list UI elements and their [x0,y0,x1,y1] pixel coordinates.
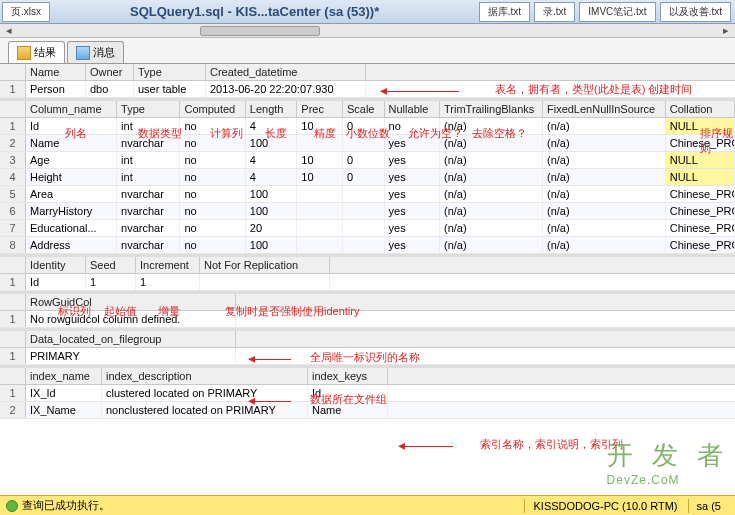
cell[interactable] [297,135,343,151]
scroll-thumb[interactable] [200,26,320,36]
column-header[interactable]: Seed [86,257,136,273]
cell[interactable]: nvarchar [117,135,180,151]
cell[interactable]: Address [26,237,117,253]
cell[interactable] [297,186,343,202]
column-header[interactable]: Data_located_on_filegroup [26,331,236,347]
column-header[interactable]: FixedLenNullInSource [543,101,666,117]
cell[interactable]: no [180,220,245,236]
cell[interactable]: 1 [86,274,136,290]
column-header[interactable]: index_description [102,368,308,384]
cell[interactable]: (n/a) [440,152,543,168]
table-row[interactable]: 5Areanvarcharno100yes(n/a)(n/a)Chinese_P… [0,186,735,203]
cell[interactable]: Area [26,186,117,202]
cell[interactable]: yes [385,237,440,253]
column-header[interactable]: Identity [26,257,86,273]
cell[interactable]: 2013-06-20 22:20:07.930 [206,81,366,97]
cell[interactable] [343,237,385,253]
cell[interactable]: nvarchar [117,237,180,253]
cell[interactable]: (n/a) [543,169,666,185]
cell[interactable]: int [117,152,180,168]
cell[interactable]: (n/a) [440,220,543,236]
cell[interactable]: dbo [86,81,134,97]
column-header[interactable]: Increment [136,257,200,273]
column-header[interactable]: index_name [26,368,102,384]
cell[interactable]: Height [26,169,117,185]
cell[interactable] [297,203,343,219]
cell[interactable]: user table [134,81,206,97]
cell[interactable]: No rowguidcol column defined. [26,311,236,327]
column-header[interactable]: Type [134,64,206,80]
cell[interactable]: (n/a) [543,237,666,253]
cell[interactable]: 0 [343,118,385,134]
cell[interactable]: (n/a) [440,118,543,134]
cell[interactable]: Chinese_PRC_C [666,186,735,202]
cell[interactable] [297,237,343,253]
cell[interactable]: 100 [246,237,298,253]
cell[interactable]: 100 [246,186,298,202]
cell[interactable]: (n/a) [440,237,543,253]
table-row[interactable]: 1PRIMARY [0,348,735,365]
cell[interactable]: NULL [666,152,735,168]
cell[interactable]: int [117,169,180,185]
cell[interactable]: no [180,203,245,219]
column-header[interactable]: index_keys [308,368,388,384]
cell[interactable]: yes [385,135,440,151]
table-row[interactable]: 6MarryHistorynvarcharno100yes(n/a)(n/a)C… [0,203,735,220]
cell[interactable]: Age [26,152,117,168]
cell[interactable]: 1 [136,274,200,290]
table-row[interactable]: 1No rowguidcol column defined. [0,311,735,328]
cell[interactable]: (n/a) [543,220,666,236]
cell[interactable]: Id [308,385,388,401]
cell[interactable]: (n/a) [440,169,543,185]
cell[interactable]: (n/a) [543,135,666,151]
column-header[interactable]: TrimTrailingBlanks [440,101,543,117]
cell[interactable]: Name [26,135,117,151]
tab-results[interactable]: 结果 [8,41,65,63]
column-header[interactable]: Name [26,64,86,80]
cell[interactable]: nvarchar [117,203,180,219]
column-header[interactable]: Nullable [385,101,440,117]
table-row[interactable]: 1Persondbouser table2013-06-20 22:20:07.… [0,81,735,98]
cell[interactable]: PRIMARY [26,348,236,364]
table-row[interactable]: 1Idintno4100no(n/a)(n/a)NULL [0,118,735,135]
column-header[interactable]: Type [117,101,180,117]
cell[interactable]: 100 [246,203,298,219]
cell[interactable]: int [117,118,180,134]
table-row[interactable]: 4Heightintno4100yes(n/a)(n/a)NULL [0,169,735,186]
cell[interactable]: Educational... [26,220,117,236]
cell[interactable]: nvarchar [117,186,180,202]
cell[interactable]: clustered located on PRIMARY [102,385,308,401]
file-tab[interactable]: IMVC笔记.txt [579,2,655,22]
column-header[interactable]: RowGuidCol [26,294,236,310]
cell[interactable]: yes [385,220,440,236]
cell[interactable]: no [180,118,245,134]
cell[interactable]: (n/a) [440,203,543,219]
table-row[interactable]: 1IX_Idclustered located on PRIMARYId [0,385,735,402]
cell[interactable]: 4 [246,169,298,185]
cell[interactable] [297,220,343,236]
cell[interactable]: nonclustered located on PRIMARY [102,402,308,418]
cell[interactable]: 4 [246,152,298,168]
cell[interactable]: no [180,135,245,151]
cell[interactable]: (n/a) [440,186,543,202]
table-row[interactable]: 2IX_Namenonclustered located on PRIMARYN… [0,402,735,419]
scroll-right-icon[interactable]: ▸ [719,24,733,38]
tab-messages[interactable]: 消息 [67,41,124,63]
cell[interactable] [343,135,385,151]
cell[interactable]: 10 [297,169,343,185]
file-tab-left[interactable]: 页.xlsx [2,2,50,22]
column-header[interactable]: Computed [180,101,245,117]
column-header[interactable]: Collation [666,101,735,117]
cell[interactable]: NULL [666,169,735,185]
cell[interactable]: Name [308,402,388,418]
cell[interactable]: no [385,118,440,134]
cell[interactable]: 4 [246,118,298,134]
cell[interactable] [343,203,385,219]
file-tab[interactable]: 以及改善.txt [660,2,731,22]
cell[interactable]: (n/a) [543,186,666,202]
file-tab[interactable]: 据库.txt [479,2,530,22]
cell[interactable]: yes [385,152,440,168]
cell[interactable]: 0 [343,152,385,168]
cell[interactable]: Id [26,274,86,290]
column-header[interactable]: Created_datetime [206,64,366,80]
